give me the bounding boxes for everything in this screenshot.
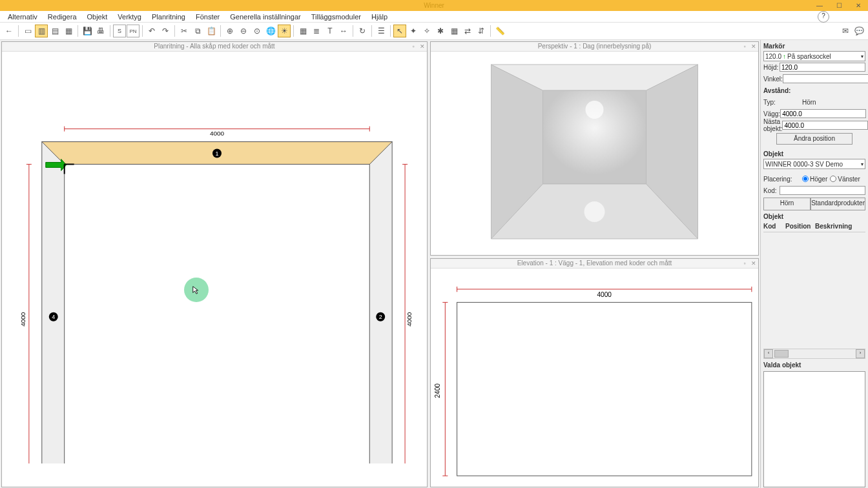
help-icon[interactable]: ? [818,11,829,23]
plan-view-body[interactable]: 4000 4000 4000 [2,52,427,487]
text-icon[interactable]: T [324,25,336,37]
menu-generella[interactable]: Generella inställningar [225,13,305,21]
scroll-right-icon[interactable]: › [856,349,865,358]
menu-planritning[interactable]: Planritning [147,13,191,21]
dimension-icon[interactable]: ↔ [337,25,350,37]
hojd-input[interactable] [780,63,865,72]
elev-close-icon[interactable]: ✕ [749,259,758,268]
nasta-input[interactable] [782,121,868,130]
kod-input[interactable] [780,186,865,195]
plan-dim-top: 4000 [210,130,225,137]
refresh-icon[interactable]: ↻ [356,25,369,37]
redo-icon[interactable]: ↷ [159,25,172,37]
valda-objekt-list[interactable] [763,371,865,487]
side-panel: Markör 120.0 ↑ På sparksockel Höjd: Vink… [760,40,868,488]
elev-minimize-icon[interactable]: ▫ [740,259,749,268]
undo-icon[interactable]: ↶ [145,25,158,37]
col-kod: Kod [763,223,785,232]
list-icon[interactable]: ☰ [375,25,388,37]
layout-1-icon[interactable]: ▭ [21,25,34,37]
table-icon[interactable]: ▦ [296,25,309,37]
placering-label: Placering: [763,176,802,183]
tab-standardprodukter[interactable]: Standardprodukter [811,198,865,210]
plan-close-icon[interactable]: ✕ [418,42,427,51]
radio-vanster[interactable]: Vänster [830,176,860,183]
snap-1-icon[interactable]: ✦ [407,25,420,37]
menu-fonster[interactable]: Fönster [191,13,225,21]
svg-text:4: 4 [52,314,55,320]
radio-hoger[interactable]: Höger [802,176,827,183]
elevation-view-body[interactable]: 4000 2400 [431,269,758,487]
zoom-fit-icon[interactable]: ⊙ [251,25,264,37]
save-icon[interactable]: 💾 [81,25,94,37]
andra-position-button[interactable]: Ändra position [776,133,852,145]
arrows-h-icon[interactable]: ⇄ [461,25,474,37]
main-area: Planritning - Alla skåp med koder och må… [0,40,868,488]
close-button[interactable]: ✕ [849,0,868,11]
title-bar: Winner — ☐ ✕ [0,0,868,11]
objekt-dropdown[interactable]: WINNER 0000-3 SV Demo [763,159,865,169]
svg-text:2: 2 [379,314,382,320]
vinkel-label: Vinkel: [763,76,783,83]
menu-objekt[interactable]: Objekt [82,13,113,21]
copy-icon[interactable]: ⧉ [191,25,204,37]
tab-horn[interactable]: Hörn [763,198,811,210]
persp-close-icon[interactable]: ✕ [749,42,758,51]
menu-redigera[interactable]: Redigera [43,13,82,21]
objekt-header: Objekt [763,150,865,158]
align-icon[interactable]: ≣ [310,25,323,37]
markor-dropdown-val: 120.0 [765,53,781,60]
globe-icon[interactable]: 🌐 [264,25,277,37]
paste-icon[interactable]: 📋 [205,25,218,37]
menu-tillaggsmoduler[interactable]: Tilläggsmoduler [306,13,366,21]
mail-icon[interactable]: ✉ [839,25,852,37]
persp-minimize-icon[interactable]: ▫ [740,42,749,51]
menu-hjalp[interactable]: Hjälp [366,13,393,21]
layout-2-icon[interactable]: ▥ [35,25,48,37]
zoom-in-icon[interactable]: ⊕ [223,25,236,37]
vagg-input[interactable] [780,109,866,118]
svg-point-30 [584,201,605,222]
snap-3-icon[interactable]: ✱ [434,25,447,37]
objekt-list-header: Objekt [763,213,865,220]
pointer-icon[interactable]: ↖ [393,25,406,37]
menu-alternativ[interactable]: Alternativ [3,13,43,21]
vagg-label: Vägg: [763,110,780,117]
col-beskrivning: Beskrivning [815,223,852,232]
chat-icon[interactable]: 💬 [852,25,865,37]
perspective-title-text: Perspektiv - 1 : Dag (innerbelysning på) [538,43,652,50]
snap-2-icon[interactable]: ✧ [420,25,433,37]
scroll-left-icon[interactable]: ‹ [764,349,773,358]
perspective-title: Perspektiv - 1 : Dag (innerbelysning på)… [431,42,758,52]
s-button-icon[interactable]: S [113,25,126,37]
cut-icon[interactable]: ✂ [178,25,191,37]
grid-icon[interactable]: ▦ [448,25,460,37]
back-icon[interactable]: ← [3,25,16,37]
sun-icon[interactable]: ☀ [278,25,291,37]
plan-minimize-icon[interactable]: ▫ [409,42,418,51]
ruler-icon[interactable]: 📏 [493,25,506,37]
objekt-scrollbar[interactable]: ‹ › [763,349,865,359]
vinkel-input[interactable] [783,74,868,83]
plan-title-text: Planritning - Alla skåp med koder och må… [154,43,274,50]
layout-3-icon[interactable]: ▤ [48,25,61,37]
markor-header: Markör [763,43,865,50]
layout-4-icon[interactable]: ▦ [62,25,75,37]
minimize-button[interactable]: — [810,0,829,11]
valda-objekt-header: Valda objekt [763,361,865,369]
markor-dropdown-text: På sparksockel [787,53,831,60]
markor-dropdown[interactable]: 120.0 ↑ På sparksockel [763,51,865,61]
arrows-v-icon[interactable]: ⇵ [475,25,488,37]
svg-rect-1 [65,164,370,463]
scroll-thumb[interactable] [774,350,789,358]
up-arrow-icon: ↑ [783,53,786,60]
zoom-out-icon[interactable]: ⊖ [237,25,250,37]
views-container: Planritning - Alla skåp med koder och må… [0,40,760,488]
kod-label: Kod: [763,187,780,194]
maximize-button[interactable]: ☐ [829,0,849,11]
perspective-view-body[interactable] [431,52,758,255]
menu-verktyg[interactable]: Verktyg [112,13,147,21]
print-icon[interactable]: 🖶 [94,25,107,37]
mouse-cursor-highlight [184,278,209,302]
pn-button-icon[interactable]: PN [127,25,140,37]
